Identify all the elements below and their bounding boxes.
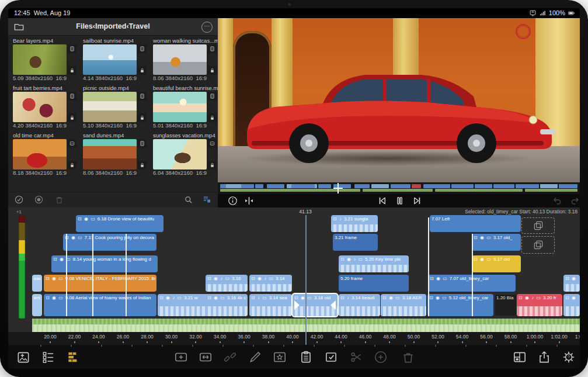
overwrite-clip-button[interactable] [198, 350, 213, 365]
media-thumbnail[interactable] [153, 139, 207, 170]
timeline-clip[interactable]: ⊡ ♪3.14 beauti [339, 294, 380, 316]
split-button[interactable] [349, 350, 364, 365]
pause-button[interactable] [394, 195, 405, 206]
timeline-clip[interactable]: ⊡ ◉ ▭9.08 Aerial view of foamy waves of … [44, 294, 156, 316]
timeline-clip[interactable]: ⊡ ◉ ♪ ▭3.14 [249, 275, 292, 292]
timeline-clip-selected[interactable]: ⊡ ◉ ▭3.18 old [293, 294, 338, 316]
clipboard-button[interactable] [298, 350, 314, 365]
export-button[interactable] [537, 350, 552, 365]
view-toggle-icon[interactable] [202, 195, 212, 205]
timeline-clip[interactable]: ⊡ ◉ ♪ ▭3.21 w [158, 294, 210, 316]
ruler-tick [220, 341, 221, 343]
clip-media-icon: ▭ [358, 257, 363, 262]
media-item[interactable]: sailboat sunrise.mp44.14 3840x2160 16:9 [83, 37, 148, 82]
timeline-clip[interactable]: 3.21 frame [333, 234, 378, 251]
timeline-clip[interactable]: ⊡ ◉ ▭9.08 VENICE, ITALY - FEBRUARY 2015:… [44, 275, 156, 292]
waveform [563, 284, 580, 292]
unlink-button[interactable] [222, 350, 238, 365]
timeline-clip[interactable]: ⊡ ◉ ▭3.17 old [472, 255, 521, 272]
add-media-button[interactable] [16, 350, 31, 365]
clip-fx-icon: ⊡ [46, 295, 50, 300]
ruler-tick [510, 341, 512, 343]
media-thumbnail[interactable] [153, 92, 207, 122]
trash-icon[interactable] [54, 195, 64, 205]
edit-pen-button[interactable] [248, 350, 263, 365]
trim-handle-right[interactable] [330, 300, 336, 310]
record-icon[interactable] [34, 195, 44, 205]
clip-color-icon: ◉ [60, 257, 64, 262]
timeline-clip[interactable]: ⊡ ◉ ▭3.18 AER [381, 294, 426, 316]
media-thumbnail[interactable] [13, 92, 67, 122]
media-name: picnic outside.mp4 [83, 85, 148, 92]
timeline-clip[interactable]: ⊡ ◉ [563, 294, 580, 316]
media-item[interactable]: woman walking suitcas...mp48.06 3840x216… [153, 37, 218, 82]
media-item[interactable]: old time car.mp48.18 3840x2160 16:9 [13, 132, 78, 177]
timeline-clip[interactable]: ⊡ ♪ ▭3.14 sea [249, 294, 292, 316]
ruler-tick [365, 341, 366, 343]
timeline-ruler[interactable]: 20.0022.0024.0026.0028.0030.0032.0034.00… [8, 332, 580, 345]
media-meta: 8.06 3840x2160 16:9 [83, 170, 148, 177]
timeline-clip[interactable]: 1.20 Bla [495, 294, 517, 316]
preview-scrubber[interactable] [218, 182, 580, 194]
playhead[interactable] [305, 215, 307, 345]
timeline-clip[interactable]: ⊡ ♪3.21 sungla [331, 215, 378, 232]
timeline-clip[interactable]: ⊡ ◉ ▭6.18 Drone view of beautifu [76, 215, 163, 232]
timeline-clip[interactable]: ⊡ ◉ [563, 275, 580, 292]
timeline-clip[interactable]: 5.20 frame [339, 275, 409, 292]
timeline-clip[interactable]: ⊡ ◉ ♪ ▭3.20 fr [517, 294, 562, 316]
clip-color-icon: ◉ [572, 276, 576, 281]
redo-button[interactable] [569, 195, 580, 206]
timeline-clip[interactable]: ers.m [32, 294, 42, 316]
timeline-clip[interactable]: 7.07 Left [430, 215, 521, 232]
timeline-clip[interactable]: ⊡ ◉ ▭8.14 young woman in a long flowing … [51, 255, 158, 272]
media-item[interactable]: sand dunes.mp48.06 3840x2160 16:9 [83, 132, 148, 177]
paste-target-box[interactable] [521, 217, 555, 234]
add-button[interactable] [373, 350, 388, 365]
media-item[interactable]: Bear layers.mp45.09 3840x2160 16:9 [13, 37, 78, 82]
more-options-icon[interactable]: ⋯ [201, 22, 213, 33]
delete-button[interactable] [401, 350, 416, 365]
select-all-icon[interactable] [14, 195, 24, 205]
info-button[interactable] [227, 195, 238, 206]
project-layout-button[interactable] [512, 350, 527, 365]
insert-clip-button[interactable] [173, 350, 189, 365]
clock: 12:45 [14, 9, 30, 16]
media-thumbnail[interactable] [13, 44, 67, 75]
skip-back-button[interactable] [377, 195, 388, 206]
clip-list-button[interactable] [41, 350, 56, 365]
timeline-clip[interactable]: each [32, 275, 42, 292]
timeline-clip[interactable]: ⊡ ◉ ▭5.12 old_timey_car [427, 294, 493, 316]
paste-target-box[interactable] [521, 236, 555, 254]
timeline-clip[interactable]: ⊡ ◉ ▭3.16 4k c [206, 294, 248, 316]
settings-button[interactable] [561, 350, 576, 365]
clip-media-icon: ▭ [225, 276, 230, 281]
timeline-clip[interactable]: ⊡ ◉ ♪ ▭3.16 [206, 275, 248, 292]
skip-forward-button[interactable] [412, 195, 423, 206]
clip-fx-icon: ⊡ [565, 295, 570, 300]
media-item[interactable]: picnic outside.mp45.10 3840x2160 16:9 [83, 85, 148, 130]
search-icon[interactable] [183, 195, 193, 205]
media-item[interactable]: beautiful bearch sunrise.mp45.01 3840x21… [153, 85, 218, 130]
undo-button[interactable] [552, 195, 563, 206]
media-item[interactable]: fruit tart berries.mp44.20 3840x2160 16:… [13, 85, 78, 130]
timeline-clip[interactable]: ⊡ ◉ ▭3.17 old_ [472, 234, 521, 251]
media-item[interactable]: sunglasses vacation.mp46.04 3840x2160 16… [153, 132, 218, 177]
media-thumbnail[interactable] [83, 44, 137, 75]
media-thumbnail[interactable] [13, 139, 67, 170]
select-button[interactable] [323, 350, 339, 365]
trim-handle-left[interactable] [294, 300, 300, 310]
ruler-time-label: 30.00 [165, 334, 178, 340]
timeline-clip[interactable]: ⊡ ◉ ♪ ▭5.20 Key lime pie [339, 255, 409, 272]
media-thumbnail[interactable] [83, 139, 137, 170]
clip-media-icon: ▭ [91, 216, 96, 222]
timeline-clip[interactable]: ⊡ ◉ ▭7.17 Cook pouring jelly on decora [63, 234, 156, 251]
effects-button[interactable] [272, 350, 287, 365]
clip-fx-icon: ⊡ [46, 276, 50, 281]
media-thumbnail[interactable] [83, 92, 137, 122]
media-thumbnail[interactable] [153, 44, 207, 75]
library-breadcrumb[interactable]: Files‹Imported‹Travel [8, 18, 218, 35]
status-time-date: 12:45 Wed, Aug 19 [14, 8, 70, 18]
track-options-button[interactable] [66, 350, 81, 365]
video-preview[interactable] [218, 18, 580, 182]
trim-tool-button[interactable] [243, 195, 255, 206]
